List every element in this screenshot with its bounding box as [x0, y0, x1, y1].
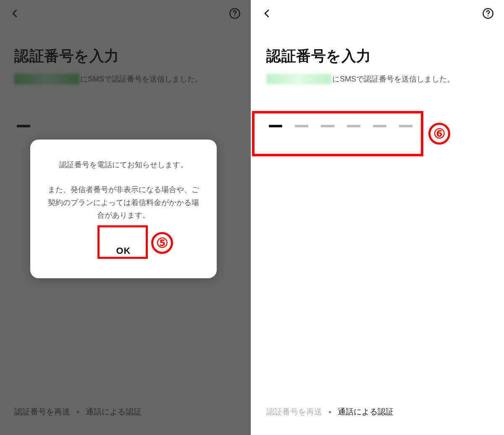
- screen-right: 認証番号を入力 にSMSで認証番号を送信しました。 認証番号を再送 通話による認…: [252, 0, 504, 435]
- modal-text-1: 認証番号を電話にてお知らせします。: [47, 160, 200, 170]
- annotation-box-code: [252, 111, 423, 156]
- bottom-links: 認証番号を再送 通話による認証: [266, 406, 394, 417]
- header-right: [252, 0, 504, 27]
- redacted-phone: [266, 74, 331, 84]
- modal-ok-button[interactable]: OK: [100, 240, 147, 262]
- back-icon[interactable]: [262, 8, 272, 18]
- call-auth-link[interactable]: 通話による認証: [338, 406, 394, 417]
- svg-point-3: [488, 16, 489, 17]
- screen-left: 認証番号を入力 にSMSで認証番号を送信しました。 認証番号を再送 通話による認…: [0, 0, 252, 435]
- modal-text-2: また、発信者番号が非表示になる場合や、ご契約のプランによっては着信料金がかかる場…: [47, 183, 200, 222]
- help-icon[interactable]: [482, 8, 494, 19]
- separator-dot: [329, 411, 331, 413]
- resend-link[interactable]: 認証番号を再送: [266, 406, 322, 417]
- subtitle: にSMSで認証番号を送信しました。: [266, 74, 490, 84]
- subtitle-tail: にSMSで認証番号を送信しました。: [332, 74, 454, 84]
- page-title: 認証番号を入力: [266, 46, 490, 66]
- confirm-modal: 認証番号を電話にてお知らせします。 また、発信者番号が非表示になる場合や、ご契約…: [30, 140, 217, 278]
